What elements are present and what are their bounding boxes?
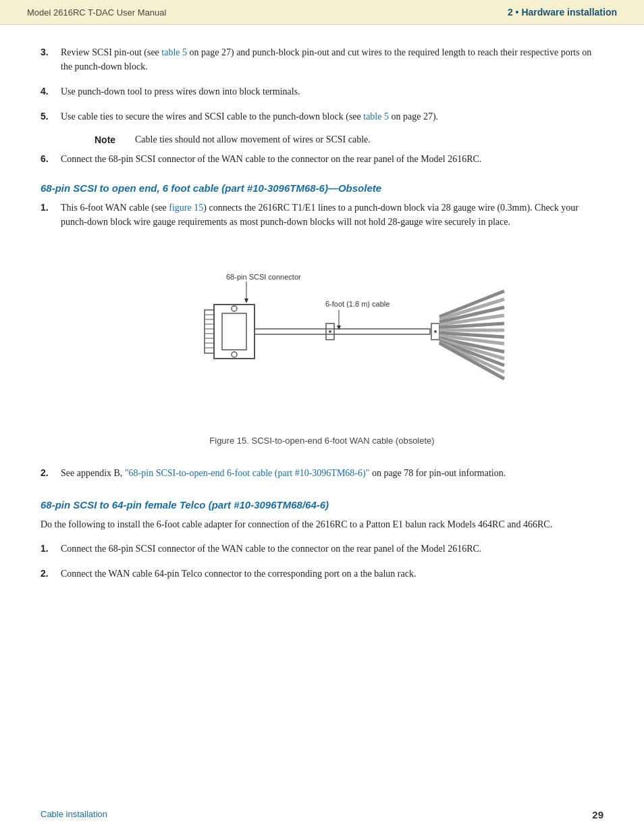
svg-rect-17	[254, 329, 430, 334]
item-6-num: 6.	[41, 152, 61, 166]
item-4-num: 4.	[41, 84, 61, 99]
list-item-5: 5. Use cable ties to secure the wires an…	[41, 109, 603, 124]
cable-diagram: 68-pin SCSI connector 6-foot (1.8 m) cab…	[126, 249, 518, 427]
appendixB-link[interactable]: "68-pin SCSI-to-open-end 6-foot cable (p…	[125, 468, 370, 478]
section2-item1-num: 1.	[41, 542, 61, 556]
item-3-text: Review SCSI pin-out (see table 5 on page…	[61, 45, 603, 74]
section2-item1: 1. Connect the 68-pin SCSI connector of …	[41, 542, 603, 556]
svg-marker-1	[244, 298, 248, 303]
note-block: Note Cable ties should not allow movemen…	[95, 134, 603, 145]
section2-intro: Do the following to install the 6-foot c…	[41, 517, 603, 532]
svg-point-19	[329, 330, 331, 333]
list-item-3: 3. Review SCSI pin-out (see table 5 on p…	[41, 45, 603, 74]
section1-item2: 2. See appendix B, "68-pin SCSI-to-open-…	[41, 466, 603, 480]
main-content: 3. Review SCSI pin-out (see table 5 on p…	[0, 25, 644, 632]
section1-item2-text: See appendix B, "68-pin SCSI-to-open-end…	[61, 466, 603, 480]
item-3-num: 3.	[41, 45, 61, 74]
section1-item1-text: This 6-foot WAN cable (see figure 15) co…	[61, 201, 603, 229]
cable-label: 6-foot (1.8 m) cable	[325, 300, 390, 308]
section1-item1: 1. This 6-foot WAN cable (see figure 15)…	[41, 201, 603, 229]
section2-item2: 2. Connect the WAN cable 64-pin Telco co…	[41, 567, 603, 581]
svg-point-7	[232, 352, 237, 357]
item-4-text: Use punch-down tool to press wires down …	[61, 84, 603, 99]
svg-point-6	[232, 306, 237, 311]
connector-label: 68-pin SCSI connector	[226, 273, 301, 281]
section1-heading: 68-pin SCSI to open end, 6 foot cable (p…	[41, 182, 603, 194]
svg-rect-4	[214, 305, 254, 359]
header-manual-title: Model 2616RC T-DAC User Manual	[27, 7, 166, 18]
section2-item2-num: 2.	[41, 567, 61, 581]
item-6-text: Connect the 68-pin SCSI connector of the…	[61, 152, 603, 166]
table5-link-2[interactable]: table 5	[363, 111, 389, 122]
note-text: Cable ties should not allow movement of …	[135, 134, 371, 145]
table5-link-1[interactable]: table 5	[161, 47, 187, 57]
list-item-6: 6. Connect the 68-pin SCSI connector of …	[41, 152, 603, 166]
header-bar: Model 2616RC T-DAC User Manual 2 • Hardw…	[0, 0, 644, 25]
svg-rect-5	[222, 313, 246, 350]
svg-marker-3	[337, 325, 341, 330]
list-item-4: 4. Use punch-down tool to press wires do…	[41, 84, 603, 99]
footer-page-number: 29	[592, 809, 603, 820]
item-5-text: Use cable ties to secure the wires and S…	[61, 109, 603, 124]
section2-item1-text: Connect the 68-pin SCSI connector of the…	[61, 542, 603, 556]
section2-heading: 68-pin SCSI to 64-pin female Telco (part…	[41, 499, 603, 511]
svg-point-21	[434, 330, 437, 333]
header-chapter-title: 2 • Hardware installation	[508, 7, 617, 18]
note-label: Note	[95, 134, 135, 145]
svg-rect-8	[205, 310, 214, 353]
figure15-container: 68-pin SCSI connector 6-foot (1.8 m) cab…	[41, 249, 603, 446]
figure15-link-1[interactable]: figure 15	[169, 203, 203, 213]
figure15-caption: Figure 15. SCSI-to-open-end 6-foot WAN c…	[41, 436, 603, 446]
footer-section-label: Cable installation	[41, 809, 107, 820]
section1-item1-num: 1.	[41, 201, 61, 229]
section2-item2-text: Connect the WAN cable 64-pin Telco conne…	[61, 567, 603, 581]
item-5-num: 5.	[41, 109, 61, 124]
section1-item2-num: 2.	[41, 466, 61, 480]
footer: Cable installation 29	[0, 809, 644, 820]
